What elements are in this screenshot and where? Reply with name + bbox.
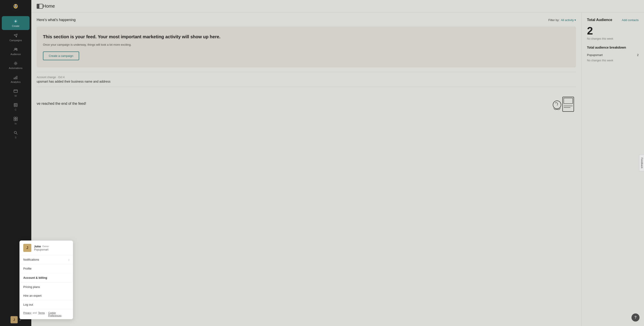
dropdown-item-account-billing[interactable]: Account & billing (20, 273, 72, 282)
terms-link[interactable]: Terms (38, 311, 45, 317)
dropdown-item-hire-expert[interactable]: Hire an expert (20, 291, 73, 300)
chevron-right-icon: › (68, 258, 69, 261)
dropdown-footer: Privacy and Terms · Cookie Preferences (20, 309, 73, 319)
user-name: John Owner (34, 245, 49, 248)
dropdown-overlay[interactable] (0, 0, 644, 326)
and-text: and (33, 311, 37, 317)
user-company: Popupsmart (34, 248, 49, 251)
dropdown-item-pricing-plans[interactable]: Pricing plans (20, 283, 73, 291)
dropdown-item-logout[interactable]: Log out (20, 300, 73, 309)
dropdown-user-avatar: J (23, 244, 31, 252)
user-info: John Owner Popupsmart (34, 245, 49, 251)
privacy-link[interactable]: Privacy (23, 311, 31, 317)
cookie-preferences-link[interactable]: Cookie Preferences (48, 311, 69, 317)
user-role-badge: Owner (42, 245, 49, 248)
dropdown-item-notifications[interactable]: Notifications › (20, 255, 73, 264)
dropdown-item-profile[interactable]: Profile (20, 264, 73, 273)
dropdown-header: J John Owner Popupsmart (20, 241, 73, 255)
user-dropdown-menu: J John Owner Popupsmart Notifications › … (20, 240, 73, 319)
